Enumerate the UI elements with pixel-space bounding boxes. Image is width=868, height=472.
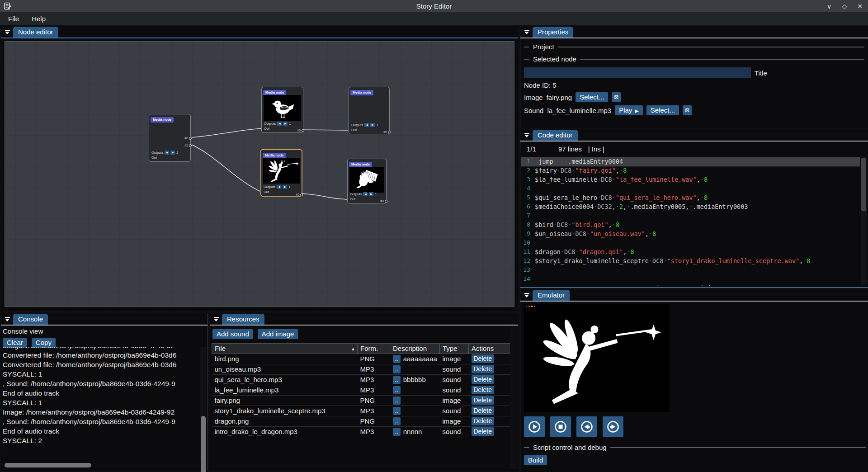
code-line[interactable]: 10 <box>521 238 860 247</box>
node-graph-canvas[interactable]: Media nodeOutputs◀▶2Out#0#1Media nodeOut… <box>5 41 514 307</box>
step-forward-button[interactable] <box>603 416 623 437</box>
port-connector-icon[interactable] <box>388 131 391 133</box>
table-row[interactable]: fairy.pngPNG..imageDelete <box>212 396 510 406</box>
image-select-button[interactable]: Select... <box>576 92 608 102</box>
node-selected[interactable]: Media nodeOutputs◀▶1Out#0 <box>260 149 302 197</box>
port-connector-icon[interactable] <box>385 200 387 203</box>
node[interactable]: Media nodeOutputs◀▶1Out#0 <box>349 87 390 134</box>
clear-button[interactable]: Clear <box>3 338 27 348</box>
table-row[interactable]: story1_drako_luminelle_sceptre.mp3MP3..s… <box>212 406 510 416</box>
code-line[interactable]: 2$fairy·DC8·"fairy.qoi",·8 <box>521 166 860 175</box>
tab-node-editor[interactable]: Node editor <box>13 27 58 38</box>
code-line[interactable]: 5$qui_sera_le_hero·DC8·"qui_sera_le_hero… <box>521 193 860 202</box>
port-connector-icon[interactable] <box>189 144 192 147</box>
code-text-area[interactable]: 1→jump····.mediaEntry00042$fairy·DC8·"fa… <box>521 157 860 286</box>
increase-outputs-button[interactable]: ▶ <box>283 185 287 189</box>
code-line[interactable]: 12$story1_drako_luminelle_sceptre·DC8·"s… <box>521 256 860 265</box>
image-clear-button[interactable]: ⊠ <box>612 92 621 102</box>
code-line[interactable]: 3$la_fee_luminelle·DC8·"la_fee_luminelle… <box>521 175 860 184</box>
collapse-icon[interactable] <box>213 317 219 321</box>
column-header-description[interactable]: Description <box>390 344 440 354</box>
console-horizontal-scrollbar[interactable] <box>5 463 91 467</box>
code-line[interactable]: 7 <box>521 211 860 220</box>
delete-button[interactable]: Delete <box>472 365 494 373</box>
edit-description-button[interactable]: .. <box>393 428 401 436</box>
delete-button[interactable]: Delete <box>472 386 494 394</box>
collapse-icon[interactable] <box>5 30 10 34</box>
code-line[interactable]: 15 Personnage | Type Transition <box>521 283 860 286</box>
console-log[interactable]: Image: /home/anthony/ostproj/ba869e4b-03… <box>3 347 199 461</box>
tab-code-editor[interactable]: Code editor <box>533 130 578 141</box>
delete-button[interactable]: Delete <box>472 406 494 415</box>
delete-button[interactable]: Delete <box>472 375 494 384</box>
collapse-icon[interactable] <box>524 133 530 137</box>
collapse-icon[interactable] <box>524 293 530 297</box>
node[interactable]: Media nodeOutputs◀▶1Out#0 <box>261 87 303 133</box>
table-row[interactable]: bird.pngPNG..aaaaaaaaaimageDelete <box>212 354 510 364</box>
output-port[interactable]: #0 <box>383 130 391 133</box>
edit-description-button[interactable]: .. <box>393 396 401 405</box>
table-row[interactable]: dragon.pngPNG..imageDelete <box>212 416 510 427</box>
column-header-actions[interactable]: Actions <box>469 344 510 354</box>
stop-button[interactable] <box>550 416 571 437</box>
code-vertical-scrollbar[interactable] <box>861 158 866 211</box>
edit-description-button[interactable]: .. <box>393 355 401 363</box>
tab-emulator[interactable]: Emulator <box>533 290 570 301</box>
code-line[interactable]: 9$un_oiseau·DC8·"un_oiseau.wav",·8 <box>521 229 860 238</box>
increase-outputs-button[interactable]: ▶ <box>170 151 175 155</box>
add-image-button[interactable]: Add image <box>258 329 298 339</box>
menu-file[interactable]: File <box>3 14 24 24</box>
add-sound-button[interactable]: Add sound <box>212 329 253 339</box>
edit-description-button[interactable]: .. <box>393 365 401 373</box>
collapse-icon[interactable] <box>5 317 10 321</box>
increase-outputs-button[interactable]: ▶ <box>283 122 288 126</box>
output-port[interactable]: #0 <box>380 199 387 203</box>
column-header-type[interactable]: Type <box>440 344 469 354</box>
delete-button[interactable]: Delete <box>472 427 494 436</box>
collapse-icon[interactable] <box>524 30 530 34</box>
sound-select-button[interactable]: Select... <box>646 105 679 115</box>
edit-description-button[interactable]: .. <box>393 376 401 384</box>
delete-button[interactable]: Delete <box>472 396 494 405</box>
delete-button[interactable]: Delete <box>472 417 494 425</box>
sound-play-button[interactable]: Play▶ <box>615 105 643 115</box>
port-connector-icon[interactable] <box>302 129 304 132</box>
code-line[interactable]: 11$dragon·DC8·"dragon.qoi",·8 <box>521 247 860 256</box>
decrease-outputs-button[interactable]: ◀ <box>277 122 282 126</box>
column-header-form[interactable]: Form. <box>358 344 390 354</box>
build-button[interactable]: Build <box>524 455 547 465</box>
console-vertical-scrollbar[interactable] <box>201 416 206 472</box>
delete-button[interactable]: Delete <box>472 354 494 363</box>
code-line[interactable]: 6$mediaChoice0004·DC32,·2,·.mediaEntry00… <box>521 202 860 211</box>
output-port[interactable]: #0 <box>296 193 303 196</box>
tab-console[interactable]: Console <box>13 314 48 325</box>
code-line[interactable]: 1→jump····.mediaEntry0004 <box>521 157 860 166</box>
title-input[interactable] <box>524 67 751 78</box>
tab-resources[interactable]: Resources <box>222 314 264 325</box>
tab-properties[interactable]: Properties <box>533 27 573 38</box>
menu-help[interactable]: Help <box>26 14 51 24</box>
copy-button[interactable]: Copy <box>32 338 56 348</box>
decrease-outputs-button[interactable]: ◀ <box>277 185 281 189</box>
node[interactable]: Media nodeOutputs◀▶2Out#0#1 <box>149 114 191 162</box>
increase-outputs-button[interactable]: ▶ <box>370 123 375 127</box>
increase-outputs-button[interactable]: ▶ <box>369 192 373 196</box>
table-row[interactable]: la_fee_luminelle.mp3MP3..soundDelete <box>212 385 510 396</box>
table-row[interactable]: qui_sera_le_hero.mp3MP3..bbbbbbsoundDele… <box>212 375 510 385</box>
port-connector-icon[interactable] <box>189 137 192 140</box>
edit-description-button[interactable]: .. <box>393 417 401 425</box>
port-connector-icon[interactable] <box>300 194 303 196</box>
table-row[interactable]: un_oiseau.mp3MP3..soundDelete <box>212 364 510 375</box>
play-button[interactable] <box>524 416 545 437</box>
maximize-icon[interactable]: ◇ <box>841 3 848 10</box>
decrease-outputs-button[interactable]: ◀ <box>363 192 368 196</box>
column-header-file[interactable]: File▲ <box>212 344 358 354</box>
edit-description-button[interactable]: .. <box>393 407 401 415</box>
code-line[interactable]: 13 <box>521 265 860 274</box>
table-row[interactable]: intro_drako_le_dragon.mp3MP3..nnnnnsound… <box>212 427 510 437</box>
code-line[interactable]: 14 <box>521 274 860 283</box>
edit-description-button[interactable]: .. <box>393 386 401 394</box>
output-port[interactable]: #0 <box>184 137 192 140</box>
step-back-button[interactable] <box>576 416 597 437</box>
close-icon[interactable]: ✕ <box>856 3 863 10</box>
